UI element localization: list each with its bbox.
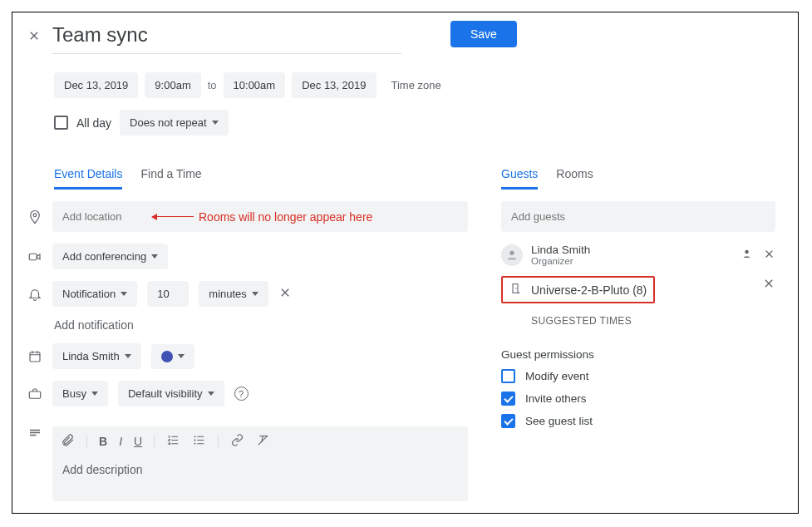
room-name: Universe-2-B-Pluto (8) xyxy=(531,283,647,297)
guest-name: Linda Smith xyxy=(531,244,732,256)
chevron-down-icon xyxy=(208,392,214,396)
avatar xyxy=(501,244,523,266)
conferencing-dropdown[interactable]: Add conferencing xyxy=(52,244,168,269)
visibility-label: Default visibility xyxy=(128,387,203,400)
help-icon[interactable]: ? xyxy=(234,387,249,401)
visibility-dropdown[interactable]: Default visibility xyxy=(118,381,224,406)
chevron-down-icon xyxy=(178,354,185,358)
bell-icon xyxy=(27,287,42,302)
close-icon[interactable] xyxy=(27,21,41,42)
tab-find-time[interactable]: Find a Time xyxy=(140,159,201,190)
end-time-chip[interactable]: 10:00am xyxy=(224,72,286,98)
notification-value-input[interactable]: 10 xyxy=(147,281,189,307)
all-day-checkbox[interactable] xyxy=(54,116,68,130)
unordered-list-icon[interactable] xyxy=(192,433,206,450)
add-notification-link[interactable]: Add notification xyxy=(54,318,468,332)
description-textarea[interactable]: Add description xyxy=(52,456,468,501)
remove-room-button[interactable] xyxy=(762,277,775,293)
calendar-icon xyxy=(27,349,42,364)
notification-type-label: Notification xyxy=(62,288,116,300)
ordered-list-icon[interactable] xyxy=(166,433,180,450)
link-icon[interactable] xyxy=(230,433,244,450)
attach-icon[interactable] xyxy=(61,433,75,450)
location-input[interactable] xyxy=(52,201,468,232)
svg-rect-9 xyxy=(513,284,518,293)
availability-dropdown[interactable]: Busy xyxy=(52,381,108,406)
separator xyxy=(86,435,87,448)
video-icon xyxy=(27,249,42,264)
repeat-label: Does not repeat xyxy=(130,116,207,129)
description-icon xyxy=(27,426,42,441)
underline-icon[interactable]: U xyxy=(134,435,142,448)
perm-seelist-checkbox[interactable] xyxy=(501,414,515,428)
svg-point-10 xyxy=(515,288,516,288)
chevron-down-icon xyxy=(125,354,131,358)
perm-invite-label: Invite others xyxy=(525,392,587,405)
chevron-down-icon xyxy=(91,392,98,396)
conferencing-label: Add conferencing xyxy=(62,250,146,263)
permissions-title: Guest permissions xyxy=(501,348,775,361)
svg-point-6 xyxy=(194,443,196,445)
all-day-label: All day xyxy=(76,116,111,130)
save-button[interactable]: Save xyxy=(450,21,517,47)
suggested-times-link[interactable]: Suggested times xyxy=(531,315,775,327)
svg-point-0 xyxy=(33,213,37,216)
remove-notification-button[interactable] xyxy=(278,286,292,302)
perm-seelist-label: See guest list xyxy=(525,415,593,427)
availability-label: Busy xyxy=(62,387,86,400)
perm-invite-checkbox[interactable] xyxy=(501,392,515,406)
svg-point-4 xyxy=(194,436,196,437)
color-swatch xyxy=(161,351,173,362)
calendar-owner-label: Linda Smith xyxy=(62,350,120,362)
start-time-chip[interactable]: 9:00am xyxy=(145,72,200,98)
make-optional-icon[interactable] xyxy=(741,248,753,263)
timezone-link[interactable]: Time zone xyxy=(391,79,441,91)
chevron-down-icon xyxy=(151,254,158,259)
guests-input[interactable] xyxy=(501,201,775,232)
room-icon xyxy=(509,282,523,298)
chevron-down-icon xyxy=(212,121,219,125)
briefcase-icon xyxy=(27,387,42,401)
to-label: to xyxy=(208,79,217,91)
separator xyxy=(154,435,155,448)
perm-modify-label: Modify event xyxy=(525,370,589,382)
guest-role: Organizer xyxy=(531,256,732,266)
notification-unit-dropdown[interactable]: minutes xyxy=(199,281,268,307)
clear-format-icon[interactable] xyxy=(256,433,270,450)
italic-icon[interactable]: I xyxy=(119,435,122,448)
start-date-chip[interactable]: Dec 13, 2019 xyxy=(54,72,138,98)
repeat-dropdown[interactable]: Does not repeat xyxy=(120,110,229,135)
room-guest-highlight: Universe-2-B-Pluto (8) xyxy=(501,276,655,303)
location-icon xyxy=(27,209,42,224)
tab-event-details[interactable]: Event Details xyxy=(54,159,122,190)
svg-point-7 xyxy=(509,250,514,254)
remove-guest-button[interactable] xyxy=(763,248,775,263)
svg-rect-3 xyxy=(29,392,41,398)
chevron-down-icon xyxy=(121,292,127,296)
tab-rooms[interactable]: Rooms xyxy=(556,159,593,190)
svg-rect-2 xyxy=(30,352,40,361)
event-color-dropdown[interactable] xyxy=(151,344,194,369)
svg-rect-1 xyxy=(29,254,37,260)
calendar-owner-dropdown[interactable]: Linda Smith xyxy=(52,343,141,369)
notification-unit-label: minutes xyxy=(209,288,247,300)
tab-guests[interactable]: Guests xyxy=(501,159,538,190)
notification-type-dropdown[interactable]: Notification xyxy=(52,281,137,307)
svg-point-5 xyxy=(194,440,196,441)
event-title-input[interactable] xyxy=(52,21,401,54)
bold-icon[interactable]: B xyxy=(99,435,107,448)
svg-point-8 xyxy=(745,249,748,253)
perm-modify-checkbox[interactable] xyxy=(501,369,515,383)
chevron-down-icon xyxy=(252,292,258,296)
end-date-chip[interactable]: Dec 13, 2019 xyxy=(292,72,376,98)
separator xyxy=(218,435,219,448)
